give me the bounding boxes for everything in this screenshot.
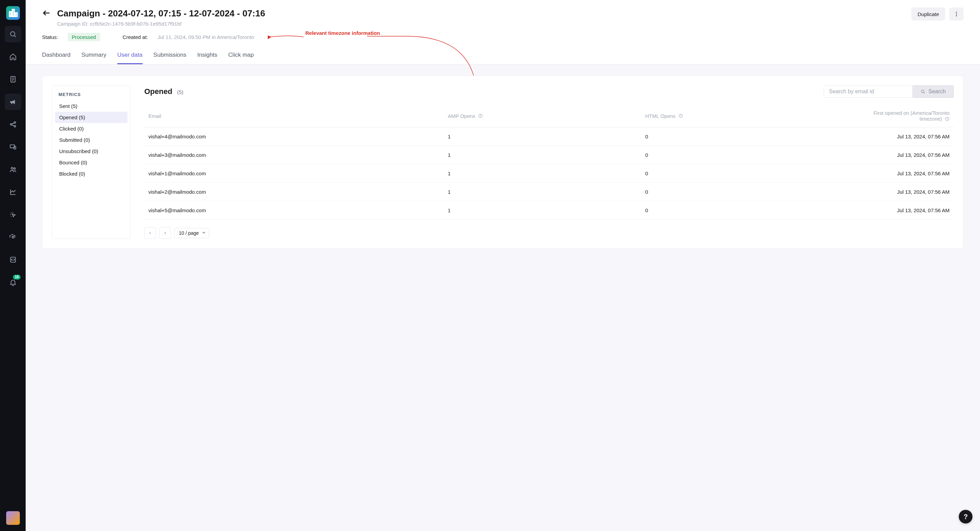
page-header: Campaign - 2024-07-12, 07:15 - 12-07-202… [25, 0, 980, 27]
device-icon[interactable] [5, 139, 21, 155]
notifications-badge: 18 [13, 275, 20, 279]
search-button[interactable]: Search [913, 86, 954, 98]
cell-first-opened: Jul 13, 2024, 07:56 AM [851, 182, 954, 201]
svg-point-22 [956, 14, 957, 15]
search-input[interactable] [824, 86, 913, 98]
back-arrow-icon[interactable] [42, 8, 51, 19]
cell-first-opened: Jul 13, 2024, 07:56 AM [851, 164, 954, 182]
svg-line-4 [14, 35, 16, 37]
svg-point-34 [947, 118, 948, 118]
share-icon[interactable] [5, 116, 21, 133]
cell-first-opened: Jul 13, 2024, 07:56 AM [851, 127, 954, 146]
table-row: vishal+4@mailmodo.com10Jul 13, 2024, 07:… [144, 127, 954, 146]
search-icon[interactable] [5, 26, 21, 42]
svg-rect-0 [10, 12, 11, 16]
cell-first-opened: Jul 13, 2024, 07:56 AM [851, 201, 954, 219]
svg-point-28 [480, 115, 481, 115]
megaphone-icon[interactable] [5, 94, 21, 110]
tab-submissions[interactable]: Submissions [154, 49, 186, 64]
tab-user-data[interactable]: User data [117, 49, 143, 64]
created-at-label: Created at: [123, 34, 148, 40]
info-icon[interactable] [678, 113, 683, 119]
metric-item[interactable]: Bounced (0) [55, 157, 127, 168]
cell-amp: 1 [444, 201, 641, 219]
annotation-text: Relevant timezone information [305, 30, 380, 36]
pagination: 10 / page [144, 227, 954, 239]
table-row: vishal+1@mailmodo.com10Jul 13, 2024, 07:… [144, 164, 954, 182]
cell-amp: 1 [444, 146, 641, 164]
left-rail: 18 [0, 0, 25, 531]
tab-insights[interactable]: Insights [197, 49, 218, 64]
svg-point-16 [11, 167, 13, 170]
help-button[interactable]: ? [959, 510, 972, 523]
status-label: Status: [42, 34, 58, 40]
tab-summary[interactable]: Summary [81, 49, 107, 64]
svg-point-21 [956, 12, 957, 13]
metric-item[interactable]: Submitted (0) [55, 134, 127, 146]
col-html-opens: HTML Opens [641, 105, 851, 127]
cell-first-opened: Jul 13, 2024, 07:56 AM [851, 146, 954, 164]
metric-item[interactable]: Sent (5) [55, 100, 127, 112]
metric-item[interactable]: Opened (5) [55, 112, 127, 123]
svg-rect-2 [15, 13, 17, 16]
svg-rect-1 [12, 10, 14, 16]
table-row: vishal+3@mailmodo.com10Jul 13, 2024, 07:… [144, 146, 954, 164]
cell-email: vishal+2@mailmodo.com [144, 182, 444, 201]
annotation-arrow-left [268, 33, 305, 40]
document-icon[interactable] [5, 71, 21, 87]
col-first-opened: First opened on (America/Toronto timezon… [851, 105, 954, 127]
cell-email: vishal+3@mailmodo.com [144, 146, 444, 164]
col-amp-opens: AMP Opens [444, 105, 641, 127]
svg-line-25 [924, 92, 925, 93]
more-actions-button[interactable] [949, 8, 964, 21]
opened-table: Email AMP Opens HTML Opens First opened … [144, 105, 954, 220]
cell-html: 0 [641, 127, 851, 146]
cell-email: vishal+4@mailmodo.com [144, 127, 444, 146]
metric-item[interactable]: Unsubscribed (0) [55, 146, 127, 157]
cell-email: vishal+5@mailmodo.com [144, 201, 444, 219]
campaign-id: Campaign ID: ccfb5e2c-1476-5b9f-b07b-1e9… [57, 21, 964, 27]
info-icon[interactable] [478, 113, 483, 119]
cell-amp: 1 [444, 182, 641, 201]
cell-amp: 1 [444, 127, 641, 146]
main: Campaign - 2024-07-12, 07:15 - 12-07-202… [25, 0, 980, 531]
prev-page-button[interactable] [144, 227, 156, 239]
info-icon[interactable] [945, 117, 950, 122]
gear-icon[interactable] [5, 229, 21, 245]
svg-point-17 [14, 168, 15, 170]
user-data-card: METRICS Sent (5)Opened (5)Clicked (0)Sub… [42, 76, 964, 249]
next-page-button[interactable] [159, 227, 171, 239]
app-logo[interactable] [6, 6, 20, 20]
svg-point-18 [12, 236, 14, 238]
code-icon[interactable] [5, 252, 21, 268]
svg-point-24 [921, 90, 924, 93]
content: METRICS Sent (5)Opened (5)Clicked (0)Sub… [25, 65, 980, 531]
cell-amp: 1 [444, 164, 641, 182]
svg-point-31 [681, 115, 681, 115]
table-area: Opened (5) Search Email [144, 86, 954, 239]
metric-item[interactable]: Blocked (0) [55, 168, 127, 179]
created-at-value: Jul 11, 2024, 09:50 PM in America/Toront… [158, 34, 255, 40]
page-title: Campaign - 2024-07-12, 07:15 - 12-07-202… [57, 8, 265, 19]
tabs: DashboardSummaryUser dataSubmissionsInsi… [25, 45, 980, 65]
page-size-select[interactable]: 10 / page [174, 228, 209, 238]
svg-point-23 [956, 15, 957, 16]
table-count: (5) [177, 89, 183, 95]
metric-item[interactable]: Clicked (0) [55, 123, 127, 134]
metrics-heading: METRICS [55, 92, 127, 100]
col-email: Email [144, 105, 444, 127]
table-title: Opened (5) [144, 87, 183, 96]
users-icon[interactable] [5, 161, 21, 178]
tab-dashboard[interactable]: Dashboard [42, 49, 70, 64]
tab-click-map[interactable]: Click map [228, 49, 254, 64]
status-badge: Processed [68, 33, 100, 41]
duplicate-button[interactable]: Duplicate [911, 8, 945, 21]
cell-email: vishal+1@mailmodo.com [144, 164, 444, 182]
home-icon[interactable] [5, 49, 21, 65]
avatar[interactable] [6, 511, 20, 525]
cell-html: 0 [641, 164, 851, 182]
chart-icon[interactable] [5, 184, 21, 200]
bell-icon[interactable]: 18 [5, 274, 21, 290]
svg-line-12 [12, 123, 14, 124]
cursor-click-icon[interactable] [5, 206, 21, 223]
